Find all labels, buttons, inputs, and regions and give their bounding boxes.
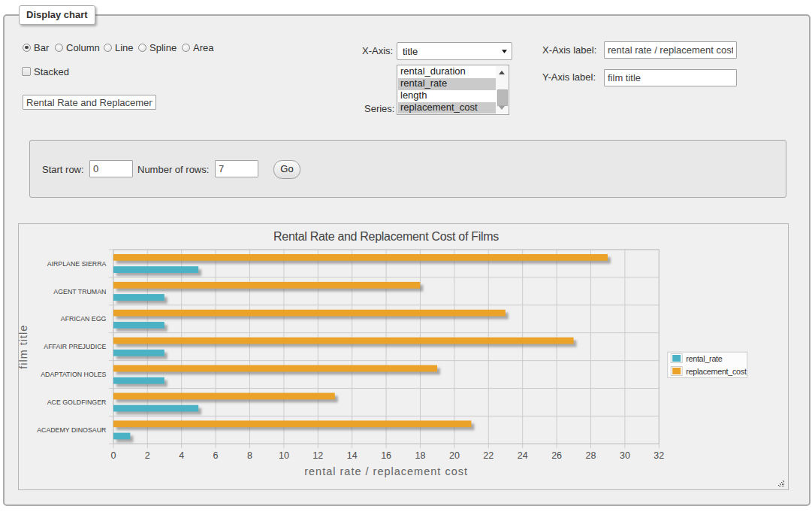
svg-text:AFFAIR PREJUDICE: AFFAIR PREJUDICE xyxy=(44,343,106,350)
svg-text:22: 22 xyxy=(483,450,494,461)
svg-text:30: 30 xyxy=(620,450,630,461)
svg-text:4: 4 xyxy=(179,450,184,461)
svg-text:18: 18 xyxy=(415,450,426,461)
svg-text:20: 20 xyxy=(449,450,460,461)
svg-text:10: 10 xyxy=(279,450,289,461)
svg-text:ACE GOLDFINGER: ACE GOLDFINGER xyxy=(47,398,107,406)
svg-text:rental rate / replacement cost: rental rate / replacement cost xyxy=(304,465,468,477)
svg-text:film title: film title xyxy=(19,325,30,369)
svg-text:rental_rate: rental_rate xyxy=(686,354,723,363)
svg-text:ADAPTATION HOLES: ADAPTATION HOLES xyxy=(41,371,106,378)
svg-text:28: 28 xyxy=(586,450,596,461)
svg-text:26: 26 xyxy=(551,450,562,461)
svg-text:AFRICAN EGG: AFRICAN EGG xyxy=(61,315,107,323)
svg-text:2: 2 xyxy=(145,450,150,461)
svg-text:12: 12 xyxy=(312,450,323,461)
svg-text:32: 32 xyxy=(654,450,664,461)
svg-text:8: 8 xyxy=(247,450,252,461)
svg-text:Rental Rate and Replacement Co: Rental Rate and Replacement Cost of Film… xyxy=(273,230,499,243)
svg-text:AGENT TRUMAN: AGENT TRUMAN xyxy=(53,288,106,295)
svg-text:AIRPLANE SIERRA: AIRPLANE SIERRA xyxy=(47,260,107,268)
svg-text:24: 24 xyxy=(518,450,528,461)
svg-text:replacement_cost: replacement_cost xyxy=(686,367,747,376)
svg-text:6: 6 xyxy=(213,450,219,461)
svg-text:16: 16 xyxy=(381,450,391,461)
svg-text:ACADEMY DINOSAUR: ACADEMY DINOSAUR xyxy=(37,426,106,434)
svg-text:14: 14 xyxy=(347,450,358,461)
svg-text:0: 0 xyxy=(110,450,116,461)
